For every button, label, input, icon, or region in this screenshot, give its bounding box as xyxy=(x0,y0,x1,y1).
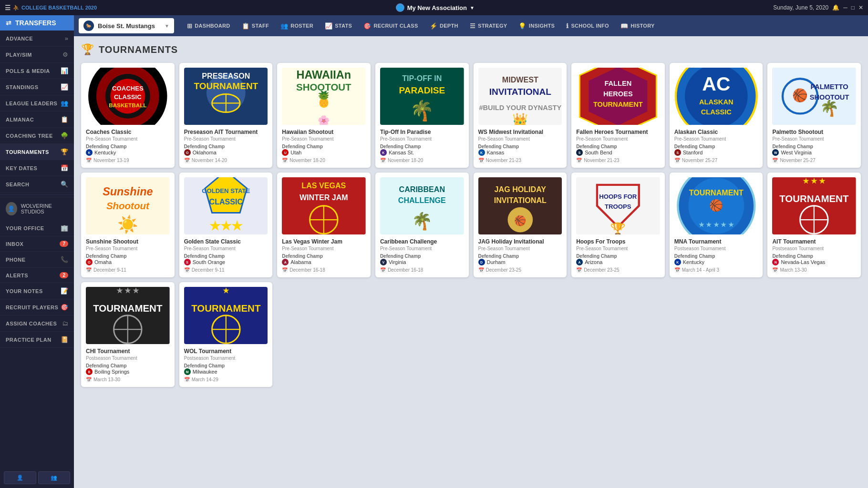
nav-insights[interactable]: 💡 INSIGHTS xyxy=(513,15,560,36)
defending-team-ws-midwest: K Kansas xyxy=(478,149,562,156)
sidebar-item-tournaments[interactable]: TOURNAMENTS 🏆 xyxy=(0,144,74,160)
tournament-card-wol-tournament[interactable]: ★ TOURNAMENT WOL Tournament Postseason T… xyxy=(179,282,273,387)
tournament-card-tip-off-paradise[interactable]: TIP-OFF IN PARADISE 🌴 Tip-Off In Paradis… xyxy=(375,63,469,168)
app-title: My New Association xyxy=(407,4,467,11)
sidebar-item-standings[interactable]: STANDINGS 📈 xyxy=(0,79,74,95)
tournament-card-jag-holiday[interactable]: JAG HOLIDAY INVITATIONAL 🏀 JAG Holiday I… xyxy=(474,173,567,277)
champ-dot-preseason-ait: O xyxy=(184,149,191,156)
sidebar-item-league-leaders[interactable]: LEAGUE LEADERS 👥 xyxy=(0,95,74,112)
sidebar-item-recruit-players[interactable]: RECRUIT PLAYERS 🎯 xyxy=(0,299,74,315)
tournament-type-alaskan-classic: Pre-Season Tournament xyxy=(674,136,758,142)
dropdown-icon[interactable]: ▼ xyxy=(470,5,475,10)
tournaments-label: TOURNAMENTS xyxy=(6,149,49,155)
tournament-card-coaches-classic[interactable]: COACHES CLASSIC BASKETBALL Coaches Class… xyxy=(81,63,175,168)
sidebar-item-key-dates[interactable]: KEY DATES 📅 xyxy=(0,160,74,176)
tournament-logo-mna-tournament: TOURNAMENT 🏀 ★ ★ ★ ★ ★ xyxy=(674,177,758,234)
team-selector[interactable]: 🐎 Boise St. Mustangs ▼ xyxy=(79,18,174,33)
tournament-card-caribbean[interactable]: CARIBBEAN CHALLENGE 🌴 Caribbean Challeng… xyxy=(375,173,469,277)
champ-name-mna-tournament: Kentucky xyxy=(683,259,704,265)
cal-icon-golden-state: 📅 xyxy=(184,267,190,273)
defending-label-alaskan-classic: Defending Champ xyxy=(674,144,758,149)
svg-text:ALASKAN: ALASKAN xyxy=(699,99,734,106)
sidebar-item-almanac[interactable]: ALMANAC 📋 xyxy=(0,112,74,128)
alerts-badge: 2 xyxy=(60,272,68,278)
polls-icon: 📊 xyxy=(61,67,68,74)
sidebar-item-playsim[interactable]: PLAY/SIM ⚙ xyxy=(0,47,74,63)
sidebar-item-advance[interactable]: ADVANCE » xyxy=(0,30,74,47)
tournament-card-golden-state[interactable]: GOLDEN STATE CLASSIC ★★★ Golden State Cl… xyxy=(179,173,273,277)
tournament-card-palmetto-shootout[interactable]: 🏀 PALMETTO SHOOTOUT 🌴 Palmetto Shootout … xyxy=(767,63,861,168)
sidebar-item-inbox[interactable]: INBOX 7 xyxy=(0,236,74,252)
sidebar-item-coaching-tree[interactable]: COACHING TREE 🌳 xyxy=(0,128,74,144)
notes-icon: 📝 xyxy=(61,287,68,295)
transfers-icon: ⇄ xyxy=(6,19,11,27)
logo-text: COLLEGE BASKETBALL 2020 xyxy=(21,5,97,10)
notes-label: YOUR NOTES xyxy=(6,288,43,294)
tournament-type-ait-tournament: Postseason Tournament xyxy=(772,246,856,251)
tournament-card-hawaiian-shootout[interactable]: HAWAIIAn SHOOTOUT 🍍 🌸 Hawaiian Shootout … xyxy=(277,63,371,168)
transfers-label: TRANSFERS xyxy=(15,19,56,27)
maximize-btn[interactable]: □ xyxy=(851,4,855,11)
page-trophy-icon: 🏆 xyxy=(81,43,94,56)
nav-strategy[interactable]: ☰ STRATEGY xyxy=(464,15,513,36)
tournaments-icon: 🏆 xyxy=(61,148,68,155)
dates-text-ws-midwest: November 21-23 xyxy=(486,158,521,163)
hamburger-icon[interactable]: ☰ xyxy=(5,4,11,11)
tournament-card-chi-tournament[interactable]: ★ ★ ★ TOURNAMENT CHI Tournament Postseas… xyxy=(81,282,175,387)
nav-school-info[interactable]: ℹ SCHOOL INFO xyxy=(560,15,615,36)
insights-icon: 💡 xyxy=(518,22,526,30)
tournament-name-mna-tournament: MNA Tournament xyxy=(674,238,758,245)
notification-icon[interactable]: 🔔 xyxy=(832,4,839,11)
tournament-card-hoops-troops[interactable]: HOOPS FOR TROOPS 🏆 Hoops For Troops Pre-… xyxy=(571,173,665,277)
defending-label-wol-tournament: Defending Champ xyxy=(184,363,268,368)
standings-label: STANDINGS xyxy=(6,84,38,90)
insights-label: INSIGHTS xyxy=(529,23,555,29)
tournament-card-ait-tournament[interactable]: ★ ★ ★ TOURNAMENT AIT Tournament Postseas… xyxy=(767,173,861,277)
sidebar-item-practice-plan[interactable]: PRACTICE PLAN 📔 xyxy=(0,332,74,348)
tournament-card-mna-tournament[interactable]: TOURNAMENT 🏀 ★ ★ ★ ★ ★ MNA Tournament Po… xyxy=(670,173,763,277)
school-info-label: SCHOOL INFO xyxy=(571,23,609,29)
tournament-type-coaches-classic: Pre-Season Tournament xyxy=(86,136,170,142)
svg-text:HAWAIIAn: HAWAIIAn xyxy=(297,69,351,81)
nav-dashboard[interactable]: ⊞ DASHBOARD xyxy=(181,15,236,36)
nav-roster[interactable]: 👥 ROSTER xyxy=(275,15,319,36)
sidebar-item-notes[interactable]: YOUR NOTES 📝 xyxy=(0,283,74,299)
inbox-badge: 7 xyxy=(60,241,68,247)
dashboard-label: DASHBOARD xyxy=(195,23,230,29)
profile-btn[interactable]: 👤 xyxy=(4,471,36,484)
tournament-card-preseason-ait[interactable]: PRESEASON TOURNAMENT Preseason AIT Tourn… xyxy=(179,63,273,168)
defending-team-ait-tournament: N Nevada-Las Vegas xyxy=(772,259,856,265)
close-btn[interactable]: ✕ xyxy=(858,4,863,11)
tournament-dates-palmetto-shootout: 📅 November 25-27 xyxy=(772,158,856,163)
cal-icon-sunshine-shootout: 📅 xyxy=(86,267,92,273)
svg-text:★★★: ★★★ xyxy=(209,219,243,233)
nav-recruit-class[interactable]: 🎯 RECRUIT CLASS xyxy=(358,15,424,36)
sidebar-item-polls[interactable]: POLLS & MEDIA 📊 xyxy=(0,63,74,79)
champ-dot-alaskan-classic: S xyxy=(674,149,681,156)
sidebar-item-alerts[interactable]: ALERTS 2 xyxy=(0,268,74,283)
tournament-card-fallen-heroes[interactable]: FALLEN HEROES TOURNAMENT Fallen Heroes T… xyxy=(571,63,665,168)
tournament-card-las-vegas[interactable]: LAS VEGAS WINTER JAM Las Vegas Winter Ja… xyxy=(277,173,371,277)
sidebar-item-phone[interactable]: PHONE 📞 xyxy=(0,252,74,268)
svg-text:JAG HOLIDAY: JAG HOLIDAY xyxy=(494,185,546,193)
tournament-card-sunshine-shootout[interactable]: Sunshine Shootout ☀️ Sunshine Shootout P… xyxy=(81,173,175,277)
nav-staff[interactable]: 📋 STAFF xyxy=(236,15,275,36)
minimize-btn[interactable]: ─ xyxy=(843,4,847,11)
strategy-label: STRATEGY xyxy=(478,23,507,29)
tournament-card-ws-midwest[interactable]: MIDWEST INVITATIONAL #BUILD YOUR DYNASTY… xyxy=(474,63,567,168)
tournament-dates-las-vegas: 📅 December 16-18 xyxy=(282,267,366,273)
nav-depth[interactable]: ⚡ DEPTH xyxy=(424,15,464,36)
tournament-card-alaskan-classic[interactable]: AC ALASKAN CLASSIC Alaskan Classic Pre-S… xyxy=(670,63,763,168)
nav-history[interactable]: 📖 HISTORY xyxy=(615,15,661,36)
page-content: 🏆 TOURNAMENTS COACHES CLASSIC BASKETBALL… xyxy=(74,36,868,488)
sidebar-item-search[interactable]: SEARCH 🔍 xyxy=(0,176,74,193)
sidebar-item-assign-coaches[interactable]: ASSIGN COACHES 🗂 xyxy=(0,315,74,332)
svg-text:AC: AC xyxy=(702,73,730,95)
sidebar-item-office[interactable]: YOUR OFFICE 🏢 xyxy=(0,220,74,236)
add-user-btn[interactable]: 👥 xyxy=(38,471,71,484)
svg-text:🏀: 🏀 xyxy=(709,199,723,212)
svg-text:CLASSIC: CLASSIC xyxy=(209,197,243,206)
tournament-logo-palmetto-shootout: 🏀 PALMETTO SHOOTOUT 🌴 xyxy=(772,68,856,125)
tournament-type-wol-tournament: Postseason Tournament xyxy=(184,356,268,361)
nav-stats[interactable]: 📈 STATS xyxy=(319,15,358,36)
